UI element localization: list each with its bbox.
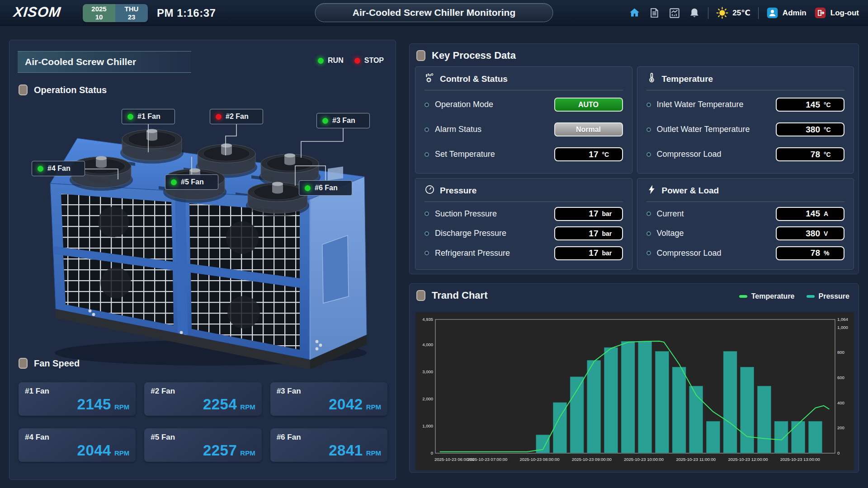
weather-temp: 25℃ bbox=[732, 8, 750, 18]
user-name: Admin bbox=[783, 9, 807, 18]
stop-indicator-dot bbox=[216, 114, 222, 120]
chiller-3d-graphic bbox=[46, 107, 371, 369]
fan-speed-card: #4 Fan2044RPM bbox=[19, 428, 136, 462]
weather-widget: 25℃ bbox=[716, 7, 750, 19]
value-display: 17°C bbox=[554, 147, 623, 161]
svg-text:2025-10-23 08:00:00: 2025-10-23 08:00:00 bbox=[519, 457, 559, 462]
topbar: XISOM 2025 10 THU 23 PM 1:16:37 Air-Cool… bbox=[0, 0, 868, 26]
row-label: Compressor Load bbox=[657, 249, 776, 258]
process-data-row: Compressor Load78% bbox=[646, 246, 845, 260]
app-logo: XISOM bbox=[13, 4, 62, 20]
legend-pressure: Pressure bbox=[807, 292, 850, 300]
section-square-icon bbox=[19, 358, 28, 369]
row-label: Refrigerant Pressure bbox=[435, 249, 554, 258]
process-data-row: Refrigerant Pressure17bar bbox=[425, 246, 623, 260]
svg-text:2025-10-23 07:00:00: 2025-10-23 07:00:00 bbox=[467, 457, 507, 462]
gauge-icon bbox=[425, 184, 435, 197]
svg-text:4,935: 4,935 bbox=[422, 317, 433, 322]
operation-status-label: Operation Status bbox=[19, 84, 107, 95]
fan-card-label: #2 Fan bbox=[151, 387, 255, 396]
svg-text:1,000: 1,000 bbox=[422, 423, 433, 428]
row-bullet-icon bbox=[646, 152, 651, 157]
fan-badge-label: #1 Fan bbox=[137, 113, 160, 121]
svg-text:2,000: 2,000 bbox=[422, 396, 433, 401]
normal-button[interactable]: Normal bbox=[554, 122, 623, 136]
pressure-dash-icon bbox=[807, 295, 815, 298]
section-square-icon bbox=[416, 290, 425, 301]
row-label: Current bbox=[657, 209, 776, 219]
process-data-row: Discharge Pressure17bar bbox=[425, 226, 623, 240]
value-display: 78°C bbox=[776, 147, 844, 161]
svg-text:0: 0 bbox=[431, 450, 433, 455]
trend-chart-plot[interactable]: 01,0002,0003,0004,0004,93502004006008001… bbox=[415, 312, 854, 470]
row-label: Suction Pressure bbox=[435, 209, 554, 219]
fan-status-badge[interactable]: #4 Fan bbox=[32, 161, 85, 176]
fan-badge-label: #2 Fan bbox=[226, 113, 249, 121]
fan-status-badge[interactable]: #1 Fan bbox=[122, 109, 175, 124]
row-bullet-icon bbox=[646, 103, 651, 107]
fan-speed-card: #3 Fan2042RPM bbox=[270, 382, 387, 416]
run-indicator-dot bbox=[127, 114, 133, 120]
svg-text:800: 800 bbox=[837, 350, 844, 355]
lightning-bolt-icon bbox=[646, 184, 657, 197]
fan-status-badge[interactable]: #5 Fan bbox=[165, 174, 218, 190]
chart-icon[interactable] bbox=[668, 7, 680, 19]
svg-text:1,064: 1,064 bbox=[837, 317, 848, 322]
value-display: 145°C bbox=[776, 98, 844, 112]
power-load-card: Power & Load Current145AVoltage380VCompr… bbox=[637, 178, 854, 270]
row-label: Outlet Water Temperature bbox=[657, 125, 776, 134]
fan-status-badge[interactable]: #6 Fan bbox=[299, 180, 352, 196]
fan-speed-cards: #1 Fan2145RPM#2 Fan2254RPM#3 Fan2042RPM#… bbox=[19, 382, 387, 462]
process-data-row: Current145A bbox=[646, 207, 845, 221]
pressure-head: Pressure bbox=[425, 184, 623, 197]
topbar-actions: 25℃ Admin Log-out bbox=[628, 0, 859, 26]
logout-icon[interactable] bbox=[814, 7, 826, 19]
home-icon[interactable] bbox=[628, 7, 641, 19]
fan-card-label: #6 Fan bbox=[277, 433, 381, 442]
trend-chart-panel: Trand Chart Temperature Pressure 01,0002… bbox=[409, 283, 859, 473]
chart-legend: Temperature Pressure bbox=[739, 292, 849, 300]
logout-widget[interactable]: Log-out bbox=[814, 7, 859, 19]
report-icon[interactable] bbox=[648, 7, 660, 19]
process-data-row: Outlet Water Temperature380°C bbox=[646, 122, 845, 136]
row-bullet-icon bbox=[425, 251, 429, 255]
row-bullet-icon bbox=[646, 251, 651, 255]
alarm-bell-icon[interactable] bbox=[688, 7, 700, 19]
section-square-icon bbox=[19, 84, 28, 95]
svg-text:4,000: 4,000 bbox=[422, 342, 433, 347]
logout-label: Log-out bbox=[830, 9, 859, 18]
run-stop-legend: RUN STOP bbox=[318, 56, 384, 65]
fan-status-badge[interactable]: #2 Fan bbox=[210, 109, 263, 124]
fan-badge-label: #6 Fan bbox=[315, 184, 338, 192]
section-square-icon bbox=[416, 50, 425, 61]
chiller-panel: Air-Cooled Screw Chiller RUN STOP Operat… bbox=[9, 40, 396, 480]
svg-text:2025-10-23 12:00:00: 2025-10-23 12:00:00 bbox=[728, 457, 768, 462]
row-label: Compressor Load bbox=[657, 150, 776, 159]
fan-badge-label: #5 Fan bbox=[181, 178, 204, 186]
auto-button[interactable]: AUTO bbox=[554, 98, 623, 112]
svg-text:400: 400 bbox=[837, 400, 844, 405]
svg-text:600: 600 bbox=[837, 375, 844, 380]
topbar-divider bbox=[708, 7, 708, 19]
process-data-row: Voltage380V bbox=[646, 226, 845, 240]
fan-status-badge[interactable]: #3 Fan bbox=[316, 113, 370, 128]
fan-speed-card: #1 Fan2145RPM bbox=[19, 382, 136, 416]
control-status-card: Control & Status Operation ModeAUTOAlarm… bbox=[415, 66, 632, 174]
pressure-card: Pressure Suction Pressure17barDischarge … bbox=[415, 178, 632, 270]
row-label: Discharge Pressure bbox=[435, 229, 554, 238]
row-label: Voltage bbox=[657, 229, 776, 238]
run-legend-item: RUN bbox=[318, 56, 344, 65]
fan-card-value: 2841RPM bbox=[329, 442, 381, 459]
svg-text:1,000: 1,000 bbox=[837, 325, 848, 330]
run-indicator-dot bbox=[38, 166, 43, 172]
row-bullet-icon bbox=[646, 211, 651, 216]
row-label: Inlet Water Temperature bbox=[657, 100, 776, 109]
key-process-header: Key Process Data bbox=[416, 50, 516, 61]
user-widget[interactable]: Admin bbox=[766, 7, 807, 19]
date-weekday-day: THU 23 bbox=[115, 4, 148, 22]
fan-card-label: #1 Fan bbox=[25, 387, 129, 396]
user-avatar-icon[interactable] bbox=[766, 7, 778, 19]
process-data-row: Inlet Water Temperature145°C bbox=[646, 98, 845, 112]
row-bullet-icon bbox=[646, 231, 651, 236]
svg-text:3,000: 3,000 bbox=[422, 369, 433, 374]
